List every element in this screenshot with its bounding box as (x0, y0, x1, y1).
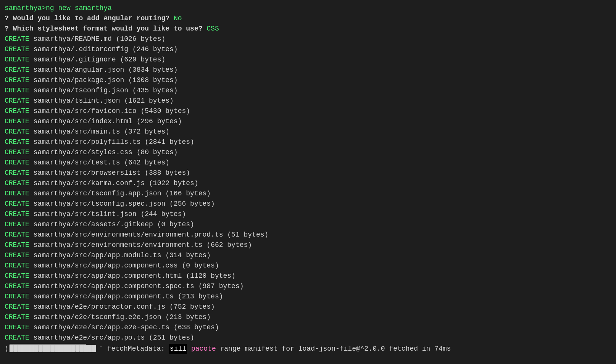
file-path: samarthya/src/app/app.module.ts (314 byt… (29, 250, 211, 261)
create-line-27: CREATE samarthya/e2e/protractor.conf.js … (5, 302, 611, 312)
create-line-18: CREATE samarthya/src/tslint.json (244 by… (5, 209, 611, 219)
create-line-29: CREATE samarthya/e2e/src/app.e2e-spec.ts… (5, 322, 611, 333)
create-line-14: CREATE samarthya/src/browserslist (388 b… (5, 168, 611, 178)
create-line-12: CREATE samarthya/src/styles.css (80 byte… (5, 147, 611, 158)
create-keyword: CREATE (5, 209, 29, 219)
create-line-5: CREATE samarthya/package.json (1308 byte… (5, 75, 611, 85)
create-keyword: CREATE (5, 302, 29, 312)
create-keyword: CREATE (5, 116, 29, 127)
prompt-line: samarthya>ng new samarthya (5, 3, 611, 13)
file-path: samarthya/.gitignore (629 bytes) (29, 55, 165, 65)
loading-bar: █████████████████████ (10, 344, 86, 351)
file-path: samarthya/src/index.html (296 bytes) (29, 116, 182, 127)
paren-close: )) ¨ fetchMetadata: (87, 344, 169, 354)
file-path: samarthya/src/tslint.json (244 bytes) (29, 209, 186, 219)
create-line-19: CREATE samarthya/src/assets/.gitkeep (0 … (5, 219, 611, 230)
file-path: samarthya/src/environments/environment.t… (29, 240, 252, 250)
status-line: (█████████████████████)) ¨ fetchMetadata… (5, 344, 611, 354)
file-path: samarthya/src/favicon.ico (5430 bytes) (29, 106, 190, 116)
terminal: samarthya>ng new samarthya ? Would you l… (5, 3, 611, 364)
create-keyword: CREATE (5, 168, 29, 178)
create-keyword: CREATE (5, 250, 29, 261)
create-line-4: CREATE samarthya/angular.json (3834 byte… (5, 65, 611, 75)
prompt-user: samarthya>ng new samarthya (5, 3, 112, 13)
file-path: samarthya/angular.json (3834 bytes) (29, 65, 178, 75)
file-path: samarthya/tslint.json (1621 bytes) (29, 96, 174, 106)
file-path: samarthya/e2e/protractor.conf.js (752 by… (29, 302, 215, 312)
question2-answer: CSS (206, 24, 219, 34)
question2-text: Which stylesheet format would you like t… (13, 24, 207, 34)
create-keyword: CREATE (5, 219, 29, 230)
create-line-1: CREATE samarthya/README.md (1026 bytes) (5, 34, 611, 44)
create-line-20: CREATE samarthya/src/environments/enviro… (5, 230, 611, 240)
create-line-15: CREATE samarthya/src/karma.conf.js (1022… (5, 178, 611, 188)
file-path: samarthya/src/app/app.component.ts (213 … (29, 292, 223, 302)
create-keyword: CREATE (5, 312, 29, 322)
question2-marker: ? (5, 24, 13, 34)
rest-text: range manifest for load-json-file@^2.0.0… (216, 344, 451, 354)
create-keyword: CREATE (5, 106, 29, 116)
create-line-24: CREATE samarthya/src/app/app.component.h… (5, 271, 611, 281)
create-keyword: CREATE (5, 127, 29, 137)
file-path: samarthya/src/app/app.component.html (11… (29, 271, 235, 281)
create-line-3: CREATE samarthya/.gitignore (629 bytes) (5, 55, 611, 65)
file-path: samarthya/src/polyfills.ts (2841 bytes) (29, 137, 194, 147)
create-line-26: CREATE samarthya/src/app/app.component.t… (5, 292, 611, 302)
create-keyword: CREATE (5, 188, 29, 199)
create-line-2: CREATE samarthya/.editorconfig (246 byte… (5, 44, 611, 55)
create-keyword: CREATE (5, 240, 29, 250)
file-path: samarthya/src/browserslist (388 bytes) (29, 168, 190, 178)
question1-line: ? Would you like to add Angular routing?… (5, 13, 611, 24)
create-keyword: CREATE (5, 137, 29, 147)
file-path: samarthya/src/karma.conf.js (1022 bytes) (29, 178, 198, 188)
question1-answer: No (174, 13, 182, 24)
create-line-7: CREATE samarthya/tslint.json (1621 bytes… (5, 96, 611, 106)
question2-line: ? Which stylesheet format would you like… (5, 24, 611, 34)
question1-text: Would you like to add Angular routing? (13, 13, 174, 24)
create-line-28: CREATE samarthya/e2e/tsconfig.e2e.json (… (5, 312, 611, 322)
create-keyword: CREATE (5, 65, 29, 75)
create-line-30: CREATE samarthya/e2e/src/app.po.ts (251 … (5, 333, 611, 343)
file-path: samarthya/.editorconfig (246 bytes) (29, 44, 178, 55)
create-keyword: CREATE (5, 96, 29, 106)
create-keyword: CREATE (5, 322, 29, 333)
create-keyword: CREATE (5, 34, 29, 44)
create-line-17: CREATE samarthya/src/tsconfig.spec.json … (5, 199, 611, 209)
file-path: samarthya/e2e/tsconfig.e2e.json (213 byt… (29, 312, 211, 322)
create-keyword: CREATE (5, 178, 29, 188)
create-keyword: CREATE (5, 281, 29, 292)
file-path: samarthya/src/styles.css (80 bytes) (29, 147, 178, 158)
create-keyword: CREATE (5, 271, 29, 281)
file-path: samarthya/package.json (1308 bytes) (29, 75, 178, 85)
file-path: samarthya/src/tsconfig.spec.json (256 by… (29, 199, 215, 209)
create-line-13: CREATE samarthya/src/test.ts (642 bytes) (5, 158, 611, 168)
create-line-11: CREATE samarthya/src/polyfills.ts (2841 … (5, 137, 611, 147)
create-line-22: CREATE samarthya/src/app/app.module.ts (… (5, 250, 611, 261)
question1-marker: ? (5, 13, 13, 24)
file-path: samarthya/README.md (1026 bytes) (29, 34, 165, 44)
file-path: samarthya/src/main.ts (372 bytes) (29, 127, 169, 137)
file-path: samarthya/e2e/src/app.e2e-spec.ts (638 b… (29, 322, 219, 333)
create-keyword: CREATE (5, 147, 29, 158)
create-keyword: CREATE (5, 55, 29, 65)
file-path: samarthya/tsconfig.json (435 bytes) (29, 85, 178, 96)
create-keyword: CREATE (5, 333, 29, 343)
file-path: samarthya/src/app/app.component.css (0 b… (29, 261, 219, 271)
file-path: samarthya/src/tsconfig.app.json (166 byt… (29, 188, 211, 199)
create-keyword: CREATE (5, 44, 29, 55)
file-path: samarthya/e2e/src/app.po.ts (251 bytes) (29, 333, 194, 343)
sill-badge: sill (169, 344, 187, 354)
create-line-8: CREATE samarthya/src/favicon.ico (5430 b… (5, 106, 611, 116)
create-keyword: CREATE (5, 75, 29, 85)
file-path: samarthya/src/environments/environment.p… (29, 230, 269, 240)
paren-open: ( (5, 344, 9, 354)
create-line-6: CREATE samarthya/tsconfig.json (435 byte… (5, 85, 611, 96)
create-line-25: CREATE samarthya/src/app/app.component.s… (5, 281, 611, 292)
create-keyword: CREATE (5, 292, 29, 302)
create-keyword: CREATE (5, 199, 29, 209)
create-line-21: CREATE samarthya/src/environments/enviro… (5, 240, 611, 250)
create-line-10: CREATE samarthya/src/main.ts (372 bytes) (5, 127, 611, 137)
create-keyword: CREATE (5, 230, 29, 240)
create-line-9: CREATE samarthya/src/index.html (296 byt… (5, 116, 611, 127)
file-path: samarthya/src/test.ts (642 bytes) (29, 158, 169, 168)
